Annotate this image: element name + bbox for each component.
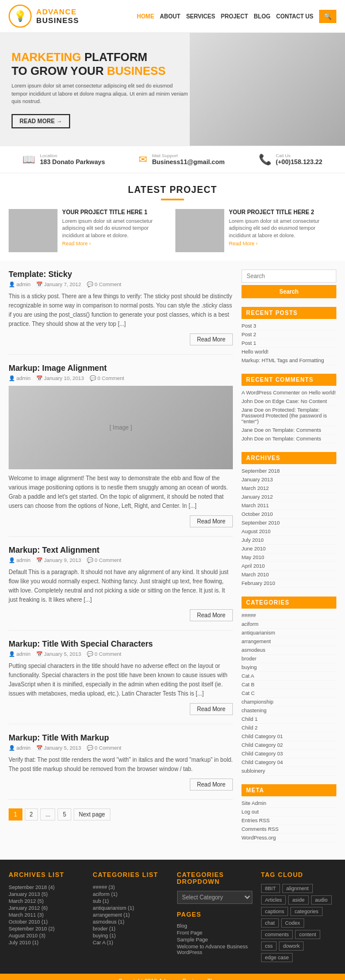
hero-cta-button[interactable]: READ MORE → [12,114,70,128]
page-next[interactable]: Next page [74,808,110,821]
sidebar-category-item[interactable]: Child Category 01 [241,732,336,741]
footer-category-item[interactable]: sub (1) [93,898,168,905]
footer-archive-item[interactable]: September 2018 (4) [9,884,84,891]
tag-item[interactable]: Codex [281,918,304,928]
sidebar-category-item[interactable]: Child 1 [241,715,336,724]
post-2-read-more[interactable]: Read More [190,515,233,527]
nav-home[interactable]: HOME [137,13,154,20]
page-1[interactable]: 1 [9,808,22,821]
footer-category-item[interactable]: broder (1) [93,925,168,932]
footer-category-item[interactable]: arrangement (1) [93,911,168,918]
sidebar-category-item[interactable]: broder [241,655,336,663]
sidebar-meta-item[interactable]: WordPress.org [241,834,336,842]
sidebar-category-item[interactable]: Cat C [241,689,336,698]
tag-item[interactable]: css [261,941,277,951]
recent-post-1[interactable]: Post 3 [241,322,336,331]
tag-item[interactable]: categories [290,907,323,916]
sidebar-archive-item[interactable]: March 2011 [241,502,336,510]
sidebar-search-button[interactable]: Search [241,285,336,298]
page-5[interactable]: 5 [57,808,71,821]
recent-post-4[interactable]: Hello world! [241,348,336,356]
sidebar-archive-item[interactable]: August 2010 [241,527,336,536]
page-2[interactable]: 2 [25,808,39,821]
sidebar-archive-item[interactable]: April 2010 [241,562,336,571]
sidebar-category-item[interactable]: Cat A [241,672,336,681]
sidebar-archive-item[interactable]: September 2010 [241,519,336,527]
sidebar-category-item[interactable]: championship [241,698,336,706]
sidebar-meta-item[interactable]: Site Admin [241,799,336,808]
tag-item[interactable]: 8BIT [261,884,280,893]
footer-category-item[interactable]: ##### (3) [93,884,168,891]
project-link-2[interactable]: Read More › [229,241,258,246]
sidebar-meta-item[interactable]: Entries RSS [241,816,336,825]
footer-archive-item[interactable]: March 2011 (3) [9,911,84,918]
sidebar-category-item[interactable]: buying [241,663,336,672]
recent-post-3[interactable]: Post 1 [241,339,336,348]
sidebar-category-item[interactable]: arrangement [241,637,336,646]
project-link-1[interactable]: Read More › [62,241,91,246]
sidebar-category-item[interactable]: aciform [241,620,336,629]
tag-item[interactable]: edge case [261,953,293,962]
tag-item[interactable]: dowork [279,941,304,951]
footer-archive-item[interactable]: July 2010 (1) [9,939,84,946]
sidebar-meta-item[interactable]: Comments RSS [241,825,336,834]
post-4-read-more[interactable]: Read More [190,703,233,715]
sidebar-archive-item[interactable]: July 2010 [241,536,336,545]
footer-archive-item[interactable]: September 2010 (2) [9,925,84,932]
tag-item[interactable]: chat [261,918,279,928]
nav-contact[interactable]: CONTACT US [276,13,313,20]
nav-services[interactable]: SERVICES [186,13,215,20]
sidebar-archive-item[interactable]: May 2010 [241,553,336,562]
nav-blog[interactable]: BLOG [254,13,270,20]
footer-category-item[interactable]: asmodeus (1) [93,918,168,925]
footer-archive-item[interactable]: October 2010 (1) [9,918,84,925]
footer-page-link[interactable]: Welcome to Advance Business WordPress [177,943,252,956]
sidebar-archive-item[interactable]: October 2010 [241,510,336,519]
sidebar-category-item[interactable]: Child Category 04 [241,758,336,767]
sidebar-category-item[interactable]: Child 2 [241,724,336,732]
footer-archive-item[interactable]: March 2012 (5) [9,898,84,905]
sidebar-archive-item[interactable]: January 2012 [241,493,336,502]
sidebar-category-item[interactable]: Child Category 02 [241,741,336,750]
tag-item[interactable]: content [295,930,320,939]
footer-page-link[interactable]: Sample Page [177,936,252,943]
sidebar-archive-item[interactable]: January 2013 [241,476,336,484]
footer-page-link[interactable]: Front Page [177,929,252,936]
post-1-read-more[interactable]: Read More [190,333,233,345]
footer-category-item[interactable]: buying (1) [93,932,168,939]
tag-item[interactable]: aside [288,895,309,905]
sidebar-category-item[interactable]: asmodeus [241,646,336,655]
recent-post-2[interactable]: Post 2 [241,331,336,339]
post-5-read-more[interactable]: Read More [190,778,233,791]
tag-item[interactable]: alignment [282,884,313,893]
sidebar-archive-item[interactable]: March 2012 [241,484,336,493]
sidebar-category-item[interactable]: subloinery [241,767,336,776]
footer-page-link[interactable]: Blog [177,922,252,929]
header-search-button[interactable]: 🔍 [319,10,336,23]
sidebar-search-input[interactable] [241,269,336,283]
recent-post-5[interactable]: Markup: HTML Tags and Formatting [241,356,336,365]
nav-about[interactable]: ABOUT [160,13,181,20]
footer-archive-item[interactable]: January 2012 (6) [9,905,84,911]
sidebar-meta-item[interactable]: Log out [241,808,336,816]
sidebar-category-item[interactable]: chastening [241,706,336,715]
sidebar-archive-item[interactable]: September 2018 [241,467,336,476]
footer-category-item[interactable]: antiquarianism (1) [93,905,168,911]
sidebar-category-item[interactable]: Cat B [241,681,336,689]
tag-item[interactable]: comments [261,930,293,939]
post-3-read-more[interactable]: Read More [190,609,233,621]
sidebar-category-item[interactable]: Child Category 03 [241,750,336,758]
categories-dropdown[interactable]: Select Category [177,891,252,904]
footer-archive-item[interactable]: January 2013 (5) [9,891,84,898]
sidebar-archive-item[interactable]: June 2010 [241,545,336,553]
footer-archive-item[interactable]: August 2010 (3) [9,932,84,939]
sidebar-category-item[interactable]: ##### [241,611,336,620]
sidebar-archive-item[interactable]: March 2010 [241,571,336,579]
footer-category-item[interactable]: Car A (1) [93,939,168,946]
footer-category-item[interactable]: aciform (1) [93,891,168,898]
sidebar-category-item[interactable]: antiquarianism [241,629,336,637]
tag-item[interactable]: Articles [261,895,286,905]
tag-item[interactable]: audio [311,895,332,905]
tag-item[interactable]: captions [261,907,289,916]
nav-project[interactable]: PROJECT [221,13,248,20]
